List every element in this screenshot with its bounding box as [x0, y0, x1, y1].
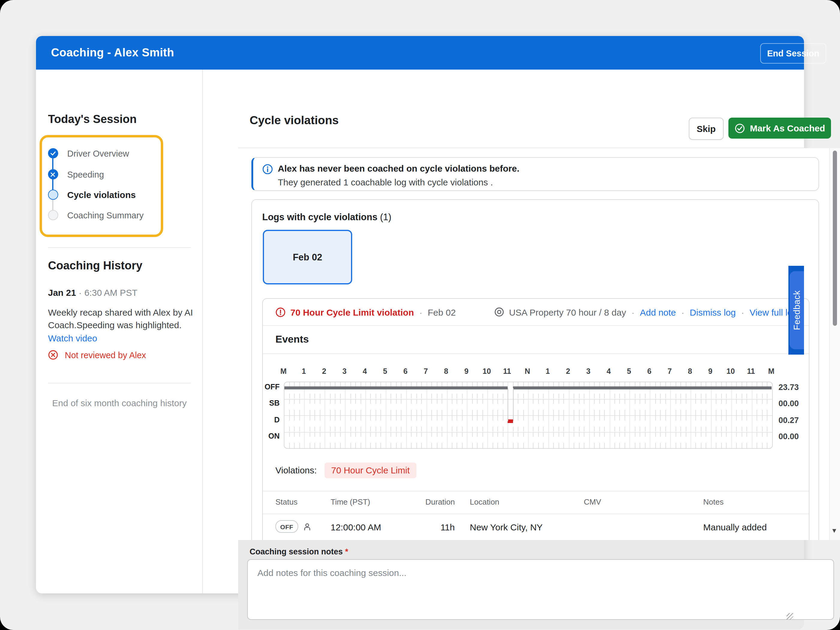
mark-as-coached-button[interactable]: Mark As Coached	[728, 118, 831, 139]
quarter-tick	[442, 393, 442, 399]
quarter-tick	[645, 393, 646, 399]
quarter-tick	[320, 410, 321, 415]
quarter-tick	[396, 426, 396, 432]
quarter-tick	[335, 393, 335, 399]
quarter-tick	[335, 415, 335, 421]
quarter-tick	[564, 415, 564, 421]
quarter-tick	[401, 426, 402, 432]
quarter-tick	[538, 415, 539, 421]
skip-button[interactable]: Skip	[689, 118, 723, 140]
row-separator	[284, 415, 772, 416]
quarter-tick	[513, 443, 513, 448]
quarter-tick	[564, 393, 564, 399]
table-row-time: 12:00:00 AM	[331, 522, 381, 532]
history-end-text: End of six month coaching history	[48, 398, 191, 408]
quarter-tick	[330, 410, 330, 415]
quarter-tick	[716, 426, 717, 432]
quarter-tick	[289, 399, 290, 404]
sidebar-step-coaching-summary[interactable]: Coaching Summary	[67, 211, 144, 220]
quarter-tick	[497, 415, 498, 421]
quarter-tick	[721, 399, 722, 404]
quarter-tick	[335, 432, 335, 437]
watch-video-link[interactable]: Watch video	[48, 332, 199, 344]
quarter-tick	[538, 426, 539, 432]
quarter-tick	[696, 432, 696, 437]
sidebar-step-driver-overview[interactable]: Driver Overview	[67, 149, 129, 158]
quarter-tick	[457, 415, 458, 421]
hour-label: 2	[561, 367, 576, 376]
quarter-tick	[477, 432, 478, 437]
quarter-tick	[289, 393, 290, 399]
quarter-tick	[747, 399, 747, 404]
quarter-tick	[355, 432, 356, 437]
scrollbar-down-arrow[interactable]: ▼	[831, 527, 838, 534]
quarter-tick	[391, 393, 392, 399]
quarter-tick	[350, 393, 351, 399]
feedback-tab-inner: Feedback	[789, 271, 804, 349]
quarter-tick	[320, 426, 321, 432]
dismiss-log-link[interactable]: Dismiss log	[690, 307, 736, 317]
hour-label: 11	[743, 367, 759, 376]
sidebar: Today's Session Driver Overview Speeding…	[36, 69, 203, 594]
history-date: Jan 21	[48, 287, 76, 298]
quarter-tick	[457, 399, 458, 404]
quarter-tick	[538, 399, 539, 404]
quarter-tick	[299, 426, 300, 432]
quarter-tick	[416, 426, 417, 432]
quarter-tick	[573, 393, 574, 399]
log-date-tile[interactable]: Feb 02	[263, 230, 352, 284]
end-session-button[interactable]: End Session	[760, 43, 826, 63]
col-header-status: Status	[275, 497, 298, 507]
quarter-tick	[299, 393, 300, 399]
quarter-tick	[736, 410, 737, 415]
quarter-tick	[762, 443, 762, 448]
quarter-tick	[335, 443, 335, 448]
dot-separator: ·	[79, 287, 82, 298]
quarter-tick	[482, 426, 483, 432]
quarter-tick	[736, 415, 737, 421]
quarter-tick	[584, 443, 584, 448]
quarter-tick	[396, 393, 396, 399]
quarter-tick	[716, 443, 717, 448]
quarter-tick	[294, 393, 295, 399]
feedback-tab[interactable]: Feedback	[788, 266, 804, 355]
quarter-tick	[381, 443, 381, 448]
quarter-tick	[497, 399, 498, 404]
quarter-tick	[721, 393, 722, 399]
quarter-tick	[685, 443, 686, 448]
quarter-tick	[421, 393, 422, 399]
violation-title: 70 Hour Cycle Limit violation	[291, 307, 414, 317]
quarter-tick	[513, 426, 513, 432]
hos-chart: M1234567891011N1234567891011MOFF23.73SB0…	[263, 354, 809, 459]
quarter-tick	[655, 426, 655, 432]
quarter-tick	[640, 399, 641, 404]
quarter-tick	[767, 415, 767, 421]
quarter-tick	[619, 393, 620, 399]
quarter-tick	[376, 432, 376, 437]
sidebar-step-speeding[interactable]: Speeding	[67, 170, 104, 179]
quarter-tick	[573, 426, 574, 432]
quarter-tick	[457, 410, 458, 415]
quarter-tick	[391, 410, 392, 415]
quarter-tick	[741, 399, 742, 404]
sidebar-step-cycle-violations[interactable]: Cycle violations	[67, 189, 136, 200]
quarter-tick	[538, 393, 539, 399]
quarter-tick	[706, 399, 706, 404]
scrollbar-thumb[interactable]	[833, 151, 837, 326]
quarter-tick	[614, 410, 615, 415]
quarter-tick	[436, 432, 437, 437]
add-note-link[interactable]: Add note	[640, 307, 676, 317]
quarter-tick	[457, 393, 458, 399]
quarter-tick	[660, 410, 661, 415]
session-notes-input[interactable]	[247, 559, 834, 620]
quarter-tick	[371, 443, 371, 448]
quarter-tick	[411, 443, 412, 448]
textarea-resize-handle[interactable]	[786, 613, 793, 620]
status-transition-line	[508, 388, 508, 421]
quarter-tick	[452, 426, 452, 432]
hour-label: 3	[581, 367, 596, 376]
quarter-tick	[756, 443, 757, 448]
quarter-tick	[594, 415, 595, 421]
quarter-tick	[741, 410, 742, 415]
quarter-tick	[330, 415, 330, 421]
